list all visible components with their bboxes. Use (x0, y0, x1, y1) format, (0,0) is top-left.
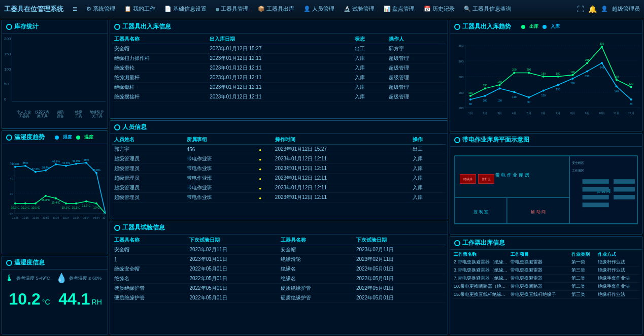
svg-text:180: 180 (556, 72, 560, 75)
nav-history[interactable]: 📅历史记录 (420, 4, 459, 14)
svg-text:15.4°C: 15.4°C (52, 201, 60, 204)
svg-text:48%: 48% (83, 158, 89, 161)
experiment-panel: 工器具试验信息 工器具名称下次试验日期工器具名称下次试验日期 安全帽2023年0… (110, 221, 448, 334)
svg-point-32 (35, 203, 37, 205)
temp-value: 10.2 °C (5, 286, 54, 313)
svg-point-103 (557, 84, 559, 86)
svg-point-11 (24, 165, 26, 167)
svg-text:10.1°C: 10.1°C (72, 206, 81, 209)
table-row: 绝缘名2022年05月01日绝缘名2022年05月01日 (112, 274, 446, 284)
svg-point-97 (513, 91, 515, 93)
humidity-info-title: 温湿度信息 (2, 256, 108, 270)
svg-text:200: 200 (527, 68, 531, 71)
svg-point-30 (24, 203, 26, 205)
svg-text:200: 200 (458, 75, 464, 79)
svg-point-19 (65, 165, 67, 167)
svg-text:310: 310 (600, 42, 604, 45)
svg-text:11月: 11月 (614, 112, 620, 115)
svg-text:7月: 7月 (556, 112, 560, 115)
svg-text:40: 40 (10, 177, 13, 180)
svg-point-36 (55, 197, 57, 199)
nav-people[interactable]: 👤人员管理 (299, 4, 338, 14)
svg-text:09:54: 09:54 (93, 216, 100, 219)
nav-query[interactable]: 🔍工器具信息查询 (460, 4, 516, 14)
svg-text:45%: 45% (22, 161, 28, 164)
svg-point-111 (616, 85, 618, 87)
svg-point-83 (586, 62, 588, 64)
svg-text:5月: 5月 (527, 112, 531, 115)
app-title: 工器具在位管理系统 (4, 5, 63, 14)
svg-text:3月: 3月 (497, 112, 502, 115)
menu-button[interactable]: ≡ (70, 5, 80, 14)
notification-button[interactable]: 🔔 (588, 5, 597, 13)
svg-text:140: 140 (614, 90, 619, 93)
humidity-trend-panel: 温湿度趋势 湿度 温度 50 40 (2, 130, 108, 254)
inventory-chart: 200150100500 (2, 33, 108, 127)
svg-text:180: 180 (570, 82, 575, 85)
table-row: 绝缘扭力操作杆2023年01月12日 12:11入库超级管理 (112, 54, 446, 63)
nav-toolout[interactable]: 📦工器具出库 (254, 4, 298, 14)
svg-text:37.4%: 37.4% (31, 167, 40, 171)
svg-point-28 (14, 203, 16, 205)
top-navigation: 工器具在位管理系统 ≡ ⚙系统管理 📋我的工作 📄基础信息设置 ≡工器具管理 📦… (0, 0, 644, 18)
user-avatar: 👤 (601, 6, 608, 12)
svg-text:245: 245 (600, 66, 604, 69)
nav-system[interactable]: ⚙系统管理 (82, 4, 119, 14)
table-row: 绝缘锄杆2023年01月12日 12:11入库超级管理 (112, 83, 446, 92)
inventory-title: 库存统计 (2, 20, 108, 33)
svg-rect-148 (614, 187, 635, 191)
svg-text:120: 120 (541, 94, 546, 97)
svg-text:100: 100 (468, 91, 473, 94)
nav-mywork[interactable]: 📋我的工作 (120, 4, 159, 14)
svg-text:2月: 2月 (483, 112, 487, 115)
table-row: 硬质绝缘护管2022年05月01日硬质绝缘护管2022年05月01日 (112, 284, 446, 293)
svg-text:10:24: 10:24 (63, 216, 70, 219)
svg-text:10°C: 10°C (93, 206, 99, 209)
tool-inout-title: 工器具出入库信息 (110, 20, 448, 33)
table-row: 安全帽2023年01月12日 15:27出工郭方宇 (112, 44, 446, 54)
svg-point-99 (528, 96, 530, 98)
temp-ref: 🌡 参考温度 5-49°C (5, 273, 54, 284)
svg-text:作杆区: 作杆区 (481, 178, 491, 181)
svg-text:44.6%: 44.6% (62, 161, 70, 164)
workorder-panel: 工作票出库信息 工作票名称工作项目作业类别作业方式 2.带电更换避雷器（绝缘..… (450, 236, 642, 334)
room-plan-svg: 带 电 作 业 库 房 绝缘操 作杆区 控 制 室 辅 助 间 仪 装 间 (452, 149, 640, 231)
nav-basic[interactable]: 📄基础信息设置 (160, 4, 211, 14)
svg-text:10.1°C: 10.1°C (62, 206, 71, 209)
nav-right: ⛶ 🔔 👤 超级管理员 (577, 5, 640, 13)
nav-toolmgr[interactable]: ≡工器具管理 (212, 4, 252, 14)
svg-text:10月: 10月 (599, 112, 605, 115)
svg-text:10.2°C: 10.2°C (21, 206, 30, 209)
svg-rect-149 (614, 195, 635, 199)
col-date: 出入库日期 (208, 35, 343, 44)
svg-point-101 (543, 89, 545, 91)
table-row: 15.带电更换直线杆绝缘...带电更换直线杆绝缘子第三类绝缘杆作业法 (452, 291, 640, 299)
nav-test[interactable]: 🔬试验管理 (340, 4, 379, 14)
svg-text:38.4%: 38.4% (42, 166, 50, 169)
svg-text:70: 70 (630, 103, 633, 106)
svg-text:绝缘操: 绝缘操 (463, 178, 472, 181)
fullscreen-button[interactable]: ⛶ (577, 5, 584, 13)
tool-trend-title: 工器具出入库趋势 出库 入库 (450, 20, 642, 33)
nav-inventory[interactable]: 📊盘点管理 (380, 4, 419, 14)
svg-text:6月: 6月 (541, 112, 546, 115)
svg-point-42 (85, 200, 87, 203)
col-operator: 操作人 (387, 35, 446, 44)
svg-text:安全帽区: 安全帽区 (572, 161, 584, 164)
table-row: 硬质绝缘护管2022年05月01日硬质绝缘护管2022年05月01日 (112, 293, 446, 303)
svg-text:80: 80 (469, 103, 472, 106)
svg-point-107 (586, 70, 588, 72)
svg-text:210: 210 (585, 75, 590, 78)
svg-point-75 (528, 72, 530, 74)
table-row: 超级管理员带电作业班●2023年01月12日 12:11入库 (112, 154, 446, 164)
svg-point-69 (484, 87, 486, 89)
nav-items: ⚙系统管理 📋我的工作 📄基础信息设置 ≡工器具管理 📦工器具出库 👤人员管理 … (82, 4, 575, 14)
svg-rect-145 (583, 195, 608, 199)
table-row: 绝缘摆接杆2023年01月12日 12:11入库超级管理 (112, 92, 446, 102)
svg-text:控 制 室: 控 制 室 (473, 210, 488, 214)
svg-point-79 (557, 76, 559, 78)
svg-text:20: 20 (10, 213, 13, 216)
svg-text:10:55: 10:55 (43, 216, 49, 219)
svg-point-81 (571, 74, 573, 76)
svg-text:90: 90 (527, 100, 530, 104)
